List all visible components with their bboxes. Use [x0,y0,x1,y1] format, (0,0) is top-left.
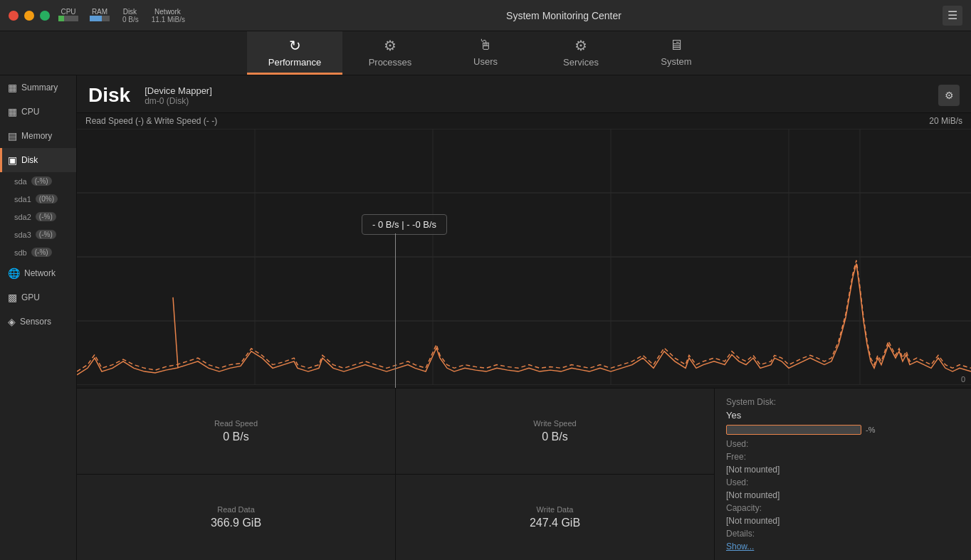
read-data-cell: Read Data 366.9 GiB [77,475,396,560]
sidebar-item-cpu[interactable]: ▦ CPU [0,100,76,124]
system-icon: 🖥 [669,37,683,53]
network-value: 11.1 MiB/s [152,16,185,23]
yes-row: Yes [726,410,960,421]
cpu-icon: ▦ [8,106,17,117]
capacity-label: Capacity: [726,503,783,513]
system-disk-row: System Disk: [726,397,960,407]
sidebar-sub-sda2[interactable]: sda2 (-%) [0,208,76,226]
stats-row-data: Read Data 366.9 GiB Write Data 247.4 GiB [77,475,714,560]
disk-page-title: Disk [88,84,130,107]
disk-device-id: dm-0 (Disk) [145,96,212,106]
details-label: Details: [726,529,783,539]
read-speed-cell: Read Speed 0 B/s [77,389,396,474]
chart-max-value: 20 MiB/s [929,116,962,126]
memory-icon: ▤ [8,130,17,142]
not-mounted-2: [Not mounted] [726,490,780,500]
read-speed-label: Read Speed [214,419,258,428]
gpu-icon: ▩ [8,292,17,303]
tabbar: ↻ Performance ⚙ Processes 🖱 Users ⚙ Serv… [0,31,971,75]
sensors-icon: ◈ [8,316,16,327]
cpu-stat: CPU [58,8,78,23]
disk-subtitle: [Device Mapper] dm-0 (Disk) [145,85,212,106]
maximize-button[interactable] [40,11,50,21]
tab-system[interactable]: 🖥 System [629,31,724,75]
disk-icon: ▣ [8,154,17,166]
sda3-badge: (-%) [36,230,56,239]
show-link[interactable]: Show... [726,541,754,551]
minimize-button[interactable] [24,11,34,21]
stats-right: System Disk: Yes -% Used: Free: [715,389,971,560]
sidebar-item-cpu-label: CPU [21,107,39,117]
chart-zero-label: 0 [961,375,965,384]
used2-label: Used: [726,477,783,487]
sda2-badge: (-%) [36,212,56,221]
sidebar-sub-sda1[interactable]: sda1 (0%) [0,190,76,208]
tab-users[interactable]: 🖱 Users [438,31,533,75]
sda2-label: sda2 [14,213,31,221]
sidebar-item-memory[interactable]: ▤ Memory [0,124,76,148]
system-disk-label: System Disk: [726,397,783,407]
write-data-cell: Write Data 247.4 GiB [396,475,714,560]
disk-chart-svg [77,129,971,385]
disk-chart-container: Read Speed (-) & Write Speed (- -) 20 Mi… [77,113,971,388]
tab-users-label: Users [473,56,498,67]
usage-bar [726,425,861,435]
disk-settings-button[interactable]: ⚙ [938,85,960,106]
ram-stat: RAM [90,8,110,23]
disk-label: Disk [123,8,137,16]
tab-performance-label: Performance [268,57,321,68]
free-label: Free: [726,452,783,462]
stats-bottom: Read Speed 0 B/s Write Speed 0 B/s Read … [77,388,971,560]
sidebar-item-memory-label: Memory [21,131,52,141]
disk-stat: Disk 0 B/s [121,8,139,23]
sidebar-sub-sda3[interactable]: sda3 (-%) [0,226,76,243]
performance-icon: ↻ [289,37,301,54]
sda3-label: sda3 [14,231,31,239]
read-data-label: Read Data [217,505,255,514]
sidebar-item-gpu-label: GPU [21,292,40,302]
svg-line-10 [173,297,178,368]
sidebar-item-summary-label: Summary [21,83,58,93]
show-row: Show... [726,541,960,551]
menu-button[interactable]: ☰ [943,6,962,26]
sidebar-item-disk-label: Disk [21,155,38,165]
percent-bar-row: -% [726,425,960,435]
close-button[interactable] [9,11,19,21]
content-area: Disk [Device Mapper] dm-0 (Disk) ⚙ Read … [77,75,971,560]
titlebar: CPU RAM Disk 0 B/s Network 11.1 MiB/s Sy… [0,0,971,31]
sdb-badge: (-%) [31,248,52,257]
details-row: Details: [726,529,960,539]
write-data-value: 247.4 GiB [530,517,580,529]
ram-label: RAM [92,8,107,16]
sidebar-sub-sda[interactable]: sda (-%) [0,172,76,190]
tab-performance[interactable]: ↻ Performance [247,31,342,75]
used-label: Used: [726,439,783,449]
network-icon: 🌐 [8,268,20,279]
used-row: Used: [726,439,960,449]
not-mounted-1-row: [Not mounted] [726,465,960,475]
free-row: Free: [726,452,960,462]
tab-services[interactable]: ⚙ Services [533,31,629,75]
sidebar-item-network-label: Network [24,268,56,278]
tab-services-label: Services [563,57,599,68]
tab-system-label: System [661,56,691,67]
write-speed-value: 0 B/s [542,430,567,443]
chart-read-label: Read Speed (-) & Write Speed (- -) [85,116,217,126]
sidebar-item-summary[interactable]: ▦ Summary [0,75,76,100]
processes-icon: ⚙ [384,37,397,54]
stats-left: Read Speed 0 B/s Write Speed 0 B/s Read … [77,389,715,560]
sidebar-item-network[interactable]: 🌐 Network [0,261,76,285]
disk-device-name: [Device Mapper] [145,85,212,96]
sidebar-item-sensors-label: Sensors [20,317,51,327]
sidebar: ▦ Summary ▦ CPU ▤ Memory ▣ Disk sda (-%)… [0,75,77,560]
sidebar-sub-sdb[interactable]: sdb (-%) [0,243,76,261]
tab-processes[interactable]: ⚙ Processes [342,31,438,75]
percent-label: -% [866,426,875,434]
tab-processes-label: Processes [369,57,412,68]
not-mounted-3: [Not mounted] [726,516,780,526]
sidebar-item-disk[interactable]: ▣ Disk [0,148,76,172]
write-speed-cell: Write Speed 0 B/s [396,389,714,474]
sidebar-item-gpu[interactable]: ▩ GPU [0,285,76,310]
sidebar-item-sensors[interactable]: ◈ Sensors [0,310,76,334]
capacity-row: Capacity: [726,503,960,513]
